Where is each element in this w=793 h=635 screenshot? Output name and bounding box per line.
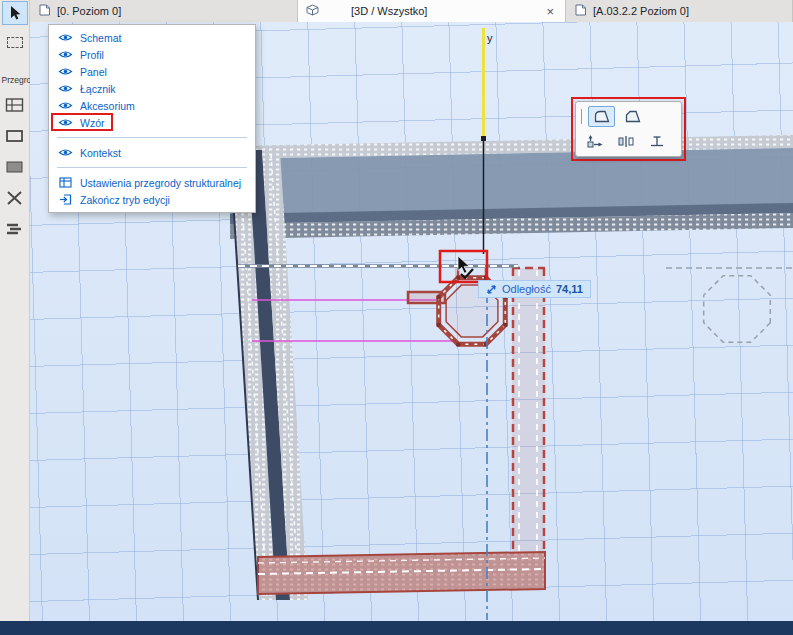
scheme-tool-button[interactable] — [3, 94, 27, 116]
menu-separator — [57, 167, 247, 168]
status-bar — [0, 621, 793, 635]
menu-item-panel[interactable]: Panel — [49, 63, 255, 80]
close-tab-icon[interactable]: × — [543, 5, 557, 18]
plan-tab-icon — [574, 4, 587, 18]
cube-3d-icon — [306, 4, 319, 18]
menu-item-label: Profil — [80, 49, 104, 61]
menu-item-label: Schemat — [80, 32, 121, 44]
panel-icon — [5, 159, 24, 175]
tooltip-value: 74,11 — [556, 283, 583, 295]
menu-item-label: Kontekst — [80, 147, 121, 159]
distribute-icon — [648, 134, 666, 149]
tab-label: [3D / Wszystko] — [351, 5, 537, 17]
ghost-octagon — [704, 276, 771, 343]
menu-item-label: Ustawienia przegrody strukturalnej — [80, 177, 241, 189]
fillet-edge-button[interactable] — [588, 106, 615, 127]
marquee-icon — [7, 37, 23, 48]
settings-grid-icon — [58, 177, 73, 188]
menu-item-lacznik[interactable]: Łącznik — [49, 80, 255, 97]
eye-icon — [58, 83, 73, 94]
offset-edge-button[interactable] — [612, 131, 639, 152]
offset-icon — [617, 134, 635, 149]
eye-icon — [58, 66, 73, 77]
panel-grid-icon — [5, 97, 24, 113]
eye-icon — [58, 32, 73, 43]
menu-item-label: Wzór — [80, 117, 105, 129]
junction-tool-button[interactable] — [3, 187, 27, 209]
pet-palette — [575, 101, 682, 157]
menu-separator — [57, 137, 247, 138]
tab-3d-wszystko[interactable]: [3D / Wszystko] × — [298, 0, 566, 22]
tab-bar: [0. Poziom 0] [3D / Wszystko] × [A.03.2.… — [30, 0, 793, 22]
eye-icon — [58, 100, 73, 111]
axis-label: y — [487, 32, 493, 44]
menu-item-label: Łącznik — [80, 83, 116, 95]
fillet-icon — [593, 109, 611, 124]
pattern-frame-right-fill — [512, 268, 545, 557]
tool-box: Przegroda — [0, 0, 30, 621]
arrow-cursor-icon — [7, 5, 22, 21]
eye-icon — [58, 49, 73, 60]
chamfer-icon — [624, 109, 642, 124]
tab-a0322-poziom-0[interactable]: [A.03.2.2 Poziom 0] — [566, 0, 793, 22]
plan-tab-icon — [38, 4, 51, 18]
menu-item-zakoncz-tryb-edycji[interactable]: Zakończ tryb edycji — [49, 191, 255, 208]
exit-icon — [58, 194, 73, 205]
accessory-tool-button[interactable] — [3, 218, 27, 240]
tab-label: [A.03.2.2 Poziom 0] — [593, 5, 689, 17]
measure-arrow-icon — [486, 284, 497, 295]
arrow-tool-button[interactable] — [3, 2, 27, 24]
move-subelement-button[interactable] — [581, 131, 608, 152]
frame-icon — [5, 128, 24, 144]
palette-separator — [581, 109, 582, 124]
eye-icon — [58, 147, 73, 158]
tooltip-label: Odległość — [502, 283, 551, 295]
distribute-button[interactable] — [643, 131, 670, 152]
menu-item-akcesorium[interactable]: Akcesorium — [49, 97, 255, 114]
move-icon — [586, 134, 604, 149]
tab-label: [0. Poziom 0] — [57, 5, 121, 17]
marquee-tool-button[interactable] — [3, 31, 27, 53]
menu-item-kontekst[interactable]: Kontekst — [49, 144, 255, 161]
context-menu: Schemat Profil Panel Łącznik Akcesorium … — [48, 24, 256, 213]
menu-item-schemat[interactable]: Schemat — [49, 29, 255, 46]
menu-item-ustawienia-przegrody[interactable]: Ustawienia przegrody strukturalnej — [49, 174, 255, 191]
accessory-stack-icon — [5, 221, 24, 237]
menu-item-profil[interactable]: Profil — [49, 46, 255, 63]
frame-tool-button[interactable] — [3, 125, 27, 147]
chamfer-edge-button[interactable] — [619, 106, 646, 127]
tab-poziom-0[interactable]: [0. Poziom 0] — [30, 0, 298, 22]
menu-item-wzor[interactable]: Wzór — [49, 114, 255, 131]
menu-item-label: Panel — [80, 66, 107, 78]
junction-x-icon — [5, 190, 24, 206]
eye-icon — [58, 117, 73, 128]
menu-item-label: Akcesorium — [80, 100, 135, 112]
menu-item-label: Zakończ tryb edycji — [80, 194, 170, 206]
panel-tool-button[interactable] — [3, 156, 27, 178]
toolbox-section-label: Przegroda — [0, 75, 30, 85]
distance-tooltip: Odległość 74,11 — [478, 280, 591, 298]
